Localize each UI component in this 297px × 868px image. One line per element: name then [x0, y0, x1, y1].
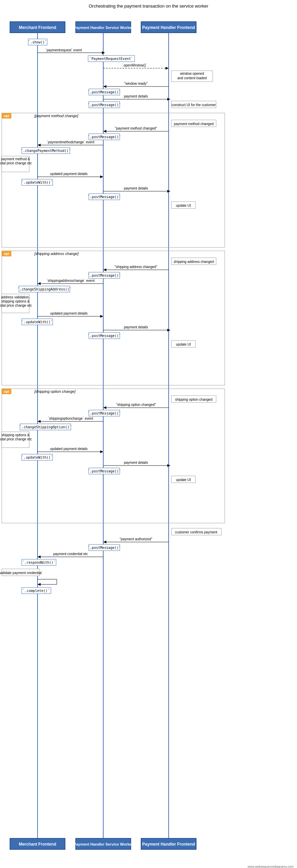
svg-text:`PaymentRequestEvent`: `PaymentRequestEvent`	[89, 57, 133, 61]
svg-text:opt: opt	[4, 114, 9, 118]
svg-text:`.postMessage()`: `.postMessage()`	[88, 195, 121, 199]
svg-marker-46	[38, 144, 41, 146]
svg-text:updated payment details: updated payment details	[50, 312, 88, 315]
svg-marker-23	[103, 85, 106, 88]
svg-text:`.postMessage()`: `.postMessage()`	[88, 135, 121, 139]
svg-text:update UI: update UI	[176, 478, 191, 482]
svg-text:`.respondWith()`: `.respondWith()`	[22, 561, 55, 564]
svg-text:"payment method changed": "payment method changed"	[115, 126, 157, 130]
svg-marker-54	[100, 175, 103, 178]
svg-text:`.changeShippingOption()`: `.changeShippingOption()`	[20, 425, 72, 429]
svg-text:`paymentmethodchange` event: `paymentmethodchange` event	[47, 140, 95, 144]
svg-text:updated payment details: updated payment details	[50, 172, 88, 176]
svg-text:payment credential etc: payment credential etc	[53, 552, 88, 556]
svg-text:`paymentrequest` event: `paymentrequest` event	[45, 48, 82, 52]
svg-text:`.postMessage()`: `.postMessage()`	[88, 411, 121, 415]
svg-text:`shippingoptionchange` event: `shippingoptionchange` event	[48, 417, 93, 420]
svg-text:[shipping option change]: [shipping option change]	[34, 389, 76, 394]
svg-text:Merchant Frontend: Merchant Frontend	[19, 25, 56, 30]
svg-marker-72	[103, 268, 106, 271]
svg-marker-109	[38, 420, 41, 423]
svg-text:`.openWindow()`: `.openWindow()`	[121, 63, 147, 67]
svg-text:`.postMessage()`: `.postMessage()`	[88, 546, 121, 550]
svg-text:[payment method change]: [payment method change]	[34, 114, 78, 118]
svg-text:shipping options &: shipping options &	[1, 299, 30, 303]
svg-text:shipping address changed: shipping address changed	[174, 260, 214, 264]
svg-marker-17	[166, 67, 169, 70]
svg-marker-136	[38, 555, 41, 558]
svg-text:`shippingaddresschange` event: `shippingaddresschange` event	[46, 279, 95, 283]
svg-text:customer confirms payment: customer confirms payment	[175, 530, 218, 534]
svg-text:`.postMessage()`: `.postMessage()`	[88, 334, 121, 338]
svg-rect-65	[2, 251, 225, 385]
svg-text:opt: opt	[4, 252, 9, 256]
svg-text:www.websequencediagrams.com: www.websequencediagrams.com	[247, 865, 294, 868]
svg-text:"shipping option changed": "shipping option changed"	[116, 403, 156, 407]
svg-text:total price change etc: total price change etc	[0, 304, 32, 307]
svg-text:updated payment details: updated payment details	[50, 447, 88, 451]
svg-text:and content loaded: and content loaded	[177, 76, 206, 80]
svg-text:`.postMessage()`: `.postMessage()`	[88, 103, 121, 107]
svg-text:window opened: window opened	[180, 72, 204, 75]
svg-text:shipping option changed: shipping option changed	[175, 398, 212, 401]
svg-text:Merchant Frontend: Merchant Frontend	[19, 842, 56, 847]
svg-marker-77	[38, 282, 41, 285]
svg-text:"shipping address changed": "shipping address changed"	[115, 265, 157, 269]
svg-text:`.updateWith()`: `.updateWith()`	[22, 456, 53, 459]
svg-text:payment method changed: payment method changed	[174, 122, 214, 126]
svg-marker-104	[103, 406, 106, 409]
svg-text:payment details: payment details	[124, 94, 148, 98]
svg-text:`.complete()`: `.complete()`	[23, 589, 50, 593]
svg-text:`.postMessage()`: `.postMessage()`	[88, 469, 121, 473]
svg-text:Payment Handler Service Worker: Payment Handler Service Worker	[74, 842, 134, 846]
svg-marker-86	[100, 315, 103, 318]
svg-text:update UI: update UI	[176, 343, 191, 346]
svg-text:total price change etc: total price change etc	[0, 161, 32, 165]
sequence-diagram: Merchant Frontend Payment Handler Servic…	[0, 11, 297, 868]
diagram-title: Orchestrating the payment transaction on…	[0, 3, 297, 9]
svg-text:Payment Handler Service Worker: Payment Handler Service Worker	[74, 25, 134, 30]
svg-text:`.updateWith()`: `.updateWith()`	[22, 181, 53, 184]
svg-text:opt: opt	[4, 390, 9, 394]
svg-text:`.updateWith()`: `.updateWith()`	[22, 320, 53, 324]
svg-text:validate payment credential: validate payment credential	[0, 571, 42, 575]
svg-text:payment details: payment details	[124, 186, 148, 190]
svg-marker-41	[103, 130, 106, 133]
svg-text:total price change etc: total price change etc	[0, 437, 32, 441]
svg-text:`.postMessage()`: `.postMessage()`	[88, 274, 121, 277]
svg-text:payment details: payment details	[124, 461, 148, 464]
svg-text:payment details: payment details	[124, 325, 148, 329]
svg-text:Payment Handler Frontend: Payment Handler Frontend	[142, 25, 195, 30]
svg-marker-131	[103, 541, 106, 543]
svg-text:"window ready": "window ready"	[124, 82, 148, 85]
svg-text:"payment authorized": "payment authorized"	[120, 537, 152, 541]
svg-text:address validation,: address validation,	[1, 295, 30, 299]
svg-marker-117	[100, 450, 103, 453]
svg-text:`.changeShippingAddress()`: `.changeShippingAddress()`	[18, 287, 72, 291]
svg-text:shipping options &: shipping options &	[1, 433, 30, 437]
svg-text:[shipping address change]: [shipping address change]	[34, 252, 79, 256]
svg-text:construct UI for the customer: construct UI for the customer	[172, 103, 216, 107]
svg-text:Payment Handler Frontend: Payment Handler Frontend	[142, 842, 195, 847]
svg-text:payment method &: payment method &	[1, 157, 30, 161]
svg-text:`.show()`: `.show()`	[28, 40, 47, 44]
svg-text:update UI: update UI	[176, 204, 191, 207]
svg-text:`.postMessage()`: `.postMessage()`	[88, 90, 121, 94]
svg-marker-145	[38, 583, 41, 586]
svg-text:`.changePaymentMethod()`: `.changePaymentMethod()`	[21, 149, 71, 153]
